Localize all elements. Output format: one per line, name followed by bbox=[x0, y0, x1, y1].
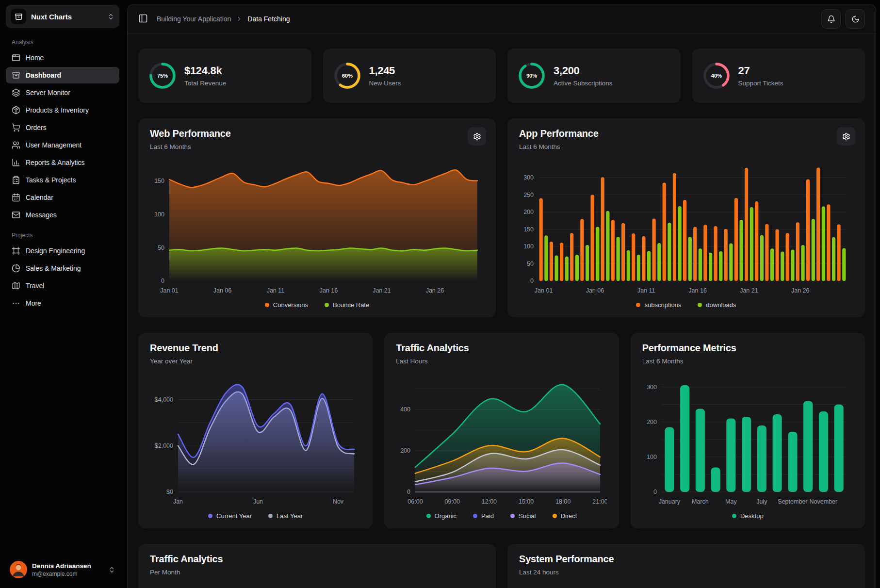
ellipsis-icon bbox=[12, 299, 20, 308]
svg-text:Jan 01: Jan 01 bbox=[160, 287, 179, 294]
chart-legend: Organic Paid Social Direct bbox=[396, 506, 607, 523]
svg-text:Jan 11: Jan 11 bbox=[637, 287, 655, 294]
stat-value: 27 bbox=[738, 65, 783, 77]
svg-text:Jan 21: Jan 21 bbox=[373, 287, 391, 294]
legend-dot bbox=[325, 303, 329, 307]
traffic-analytics-month-card: Traffic Analytics Per Month bbox=[138, 544, 496, 588]
legend-item-last-year[interactable]: Last Year bbox=[268, 512, 303, 520]
sidebar-item-more[interactable]: More bbox=[6, 295, 119, 311]
legend-item-organic[interactable]: Organic bbox=[426, 512, 457, 520]
svg-text:Jan 01: Jan 01 bbox=[535, 287, 553, 294]
stat-ring: 40% bbox=[703, 62, 730, 89]
legend-item-paid[interactable]: Paid bbox=[473, 512, 494, 520]
sidebar-item-travel[interactable]: Travel bbox=[6, 278, 119, 294]
svg-text:100: 100 bbox=[647, 454, 657, 460]
frame-icon bbox=[12, 246, 20, 255]
system-performance-card: System Performance Last 24 hours bbox=[507, 544, 865, 588]
legend-item-social[interactable]: Social bbox=[510, 512, 536, 520]
pie-chart-icon bbox=[12, 264, 20, 273]
stats-row: 75% $124.8k Total Revenue 60% 1,245 New … bbox=[138, 49, 865, 103]
chart-title: Revenue Trend bbox=[150, 343, 361, 354]
nav-section-label: Projects bbox=[12, 232, 114, 239]
sidebar-toggle-button[interactable] bbox=[138, 14, 149, 24]
legend-item-subscriptions[interactable]: subscriptions bbox=[636, 301, 681, 309]
user-menu[interactable]: Dennis Adriaansen m@example.com bbox=[6, 558, 119, 581]
sidebar-item-server-monitor[interactable]: Server Monitor bbox=[6, 84, 119, 101]
gear-icon bbox=[473, 132, 481, 141]
legend-item-conversions[interactable]: Conversions bbox=[265, 301, 308, 309]
chart-legend: subscriptions downloads bbox=[519, 295, 853, 311]
theme-toggle-button[interactable] bbox=[846, 9, 865, 29]
svg-text:18:00: 18:00 bbox=[555, 498, 570, 505]
breadcrumb-section[interactable]: Building Your Application bbox=[157, 15, 231, 23]
shopping-cart-icon bbox=[12, 123, 20, 132]
svg-text:Jan 16: Jan 16 bbox=[320, 287, 338, 294]
clipboard-list-icon bbox=[12, 176, 20, 184]
svg-text:200: 200 bbox=[400, 447, 410, 454]
chart-settings-button[interactable] bbox=[837, 127, 855, 146]
svg-text:$2,000: $2,000 bbox=[155, 442, 173, 449]
sidebar-item-dashboard[interactable]: Dashboard bbox=[6, 67, 119, 83]
app-performance-chart: 050100150200250300Jan 01Jan 06Jan 11Jan … bbox=[519, 156, 853, 295]
app-performance-card: App Performance Last 6 Months 0501001502… bbox=[507, 118, 865, 317]
legend-dot bbox=[268, 514, 273, 518]
legend-item-downloads[interactable]: downloads bbox=[698, 301, 736, 309]
sidebar-item-products-inventory[interactable]: Products & Inventory bbox=[6, 102, 119, 118]
legend-dot bbox=[265, 303, 269, 307]
notifications-button[interactable] bbox=[821, 9, 841, 29]
sidebar-item-label: Travel bbox=[26, 282, 44, 290]
stat-card-active-subscriptions: 90% 3,200 Active Subscriptions bbox=[507, 49, 681, 103]
chart-title: System Performance bbox=[519, 554, 853, 565]
svg-text:09:00: 09:00 bbox=[445, 498, 460, 505]
stat-card-support-tickets: 40% 27 Support Tickets bbox=[692, 49, 865, 103]
svg-text:60%: 60% bbox=[342, 73, 352, 79]
sidebar-item-design-engineering[interactable]: Design Engineering bbox=[6, 243, 119, 259]
svg-text:January: January bbox=[658, 498, 680, 505]
sidebar-item-tasks-projects[interactable]: Tasks & Projects bbox=[6, 172, 119, 188]
stat-label: Active Subscriptions bbox=[554, 80, 613, 87]
gear-icon bbox=[842, 132, 850, 141]
sidebar-item-orders[interactable]: Orders bbox=[6, 119, 119, 136]
sidebar-item-home[interactable]: Home bbox=[6, 49, 119, 66]
svg-text:200: 200 bbox=[647, 419, 657, 425]
sidebar-item-calendar[interactable]: Calendar bbox=[6, 189, 119, 206]
sidebar-item-user-management[interactable]: User Management bbox=[6, 137, 119, 153]
chart-subtitle: Last Hours bbox=[396, 358, 607, 365]
legend-item-direct[interactable]: Direct bbox=[553, 512, 577, 520]
legend-item-current-year[interactable]: Current Year bbox=[208, 512, 252, 520]
svg-text:100: 100 bbox=[523, 243, 534, 250]
app-title: Nuxt Charts bbox=[31, 13, 102, 21]
stat-value: 1,245 bbox=[369, 65, 401, 77]
legend-item-desktop[interactable]: Desktop bbox=[732, 512, 764, 520]
stat-ring: 60% bbox=[334, 62, 361, 89]
svg-text:150: 150 bbox=[523, 226, 534, 233]
main-panel: Building Your Application Data Fetching … bbox=[127, 4, 876, 588]
chart-title: App Performance bbox=[519, 128, 853, 139]
moon-icon bbox=[851, 15, 860, 23]
stat-ring: 90% bbox=[518, 62, 545, 89]
calendar-icon bbox=[12, 193, 20, 202]
chart-settings-button[interactable] bbox=[468, 127, 486, 146]
legend-item-bounce-rate[interactable]: Bounce Rate bbox=[325, 301, 369, 309]
svg-text:40%: 40% bbox=[711, 73, 721, 79]
bell-icon bbox=[827, 15, 835, 23]
topbar-actions bbox=[821, 9, 865, 29]
chart-subtitle: Last 6 Months bbox=[150, 143, 484, 150]
legend-dot bbox=[510, 514, 515, 518]
workspace-switcher[interactable]: Nuxt Charts bbox=[6, 5, 119, 28]
sidebar-item-label: User Management bbox=[26, 141, 81, 149]
svg-text:Jan 06: Jan 06 bbox=[213, 287, 232, 294]
sidebar-item-reports-analytics[interactable]: Reports & Analytics bbox=[6, 154, 119, 171]
sidebar-item-messages[interactable]: Messages bbox=[6, 207, 119, 223]
svg-text:September: September bbox=[778, 498, 807, 505]
svg-text:Jan 11: Jan 11 bbox=[267, 287, 285, 294]
stat-label: Support Tickets bbox=[738, 80, 783, 87]
app-logo-icon bbox=[11, 9, 26, 24]
stat-label: Total Revenue bbox=[184, 80, 226, 87]
users-icon bbox=[12, 141, 20, 149]
svg-text:Jan 21: Jan 21 bbox=[740, 287, 758, 294]
svg-text:Jan 16: Jan 16 bbox=[688, 287, 707, 294]
legend-dot bbox=[208, 514, 212, 518]
charts-row-3: Traffic Analytics Per Month System Perfo… bbox=[138, 544, 865, 588]
sidebar-item-sales-marketing[interactable]: Sales & Marketing bbox=[6, 260, 119, 277]
